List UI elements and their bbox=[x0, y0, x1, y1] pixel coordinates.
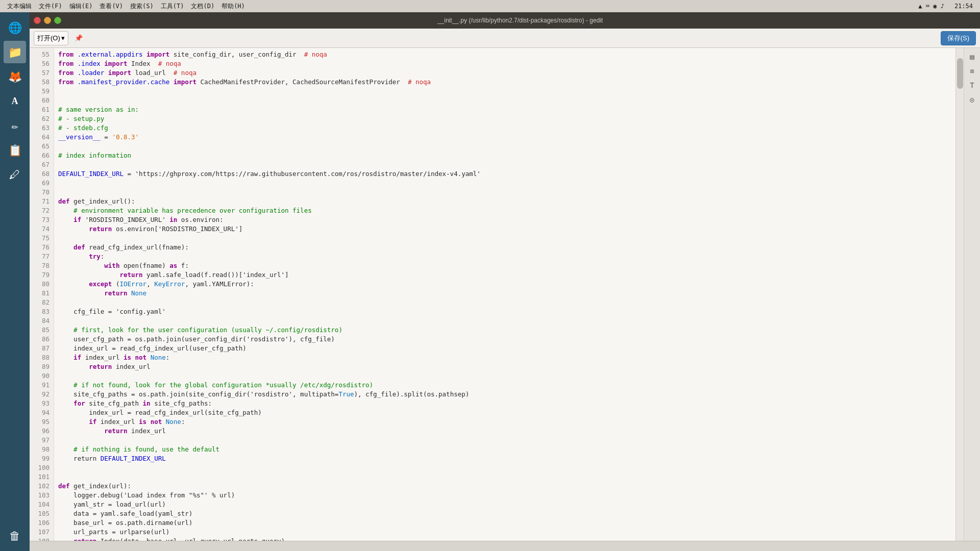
line-number: 100 bbox=[30, 463, 54, 472]
line-number: 98 bbox=[30, 445, 54, 454]
code-line: return Index(data, base_url, url_query=u… bbox=[58, 537, 951, 541]
line-number: 106 bbox=[30, 518, 54, 528]
line-number: 71 bbox=[30, 197, 54, 206]
window-close-button[interactable] bbox=[34, 17, 41, 24]
line-number: 61 bbox=[30, 105, 54, 114]
code-line: # first, look for the user configuration… bbox=[58, 325, 951, 335]
code-line: DEFAULT_INDEX_URL = 'https://ghproxy.com… bbox=[58, 169, 951, 179]
save-button[interactable]: 保存(S) bbox=[941, 31, 976, 45]
top-menubar: 文本编辑 文件(F) 编辑(E) 查看(V) 搜索(S) 工具(T) 文档(D)… bbox=[0, 0, 980, 12]
line-number: 67 bbox=[30, 160, 54, 169]
status-bar bbox=[30, 541, 980, 551]
clock: 21:54 bbox=[951, 2, 976, 11]
menu-file[interactable]: 文件(F) bbox=[36, 1, 65, 12]
code-line: if index_url is not None: bbox=[58, 417, 951, 427]
line-numbers: 5556575859606162636465666768697071727374… bbox=[30, 48, 54, 541]
sidebar-icon-trash[interactable]: 🗑 bbox=[4, 524, 26, 547]
code-line bbox=[58, 298, 951, 307]
code-line: def read_cfg_index_url(fname): bbox=[58, 243, 951, 252]
menu-tools[interactable]: 工具(T) bbox=[158, 1, 187, 12]
right-icon-1[interactable]: ▤ bbox=[966, 50, 979, 63]
line-number: 75 bbox=[30, 234, 54, 243]
code-line: with open(fname) as f: bbox=[58, 261, 951, 270]
code-line: return None bbox=[58, 289, 951, 298]
menu-help[interactable]: 帮助(H) bbox=[218, 1, 248, 12]
code-line: # - stdeb.cfg bbox=[58, 123, 951, 133]
code-line: if index_url is not None: bbox=[58, 353, 951, 362]
code-line: __version__ = '0.8.3' bbox=[58, 133, 951, 142]
scrollbar-thumb[interactable] bbox=[957, 58, 963, 89]
code-line: site_cfg_paths = os.path.join(site_confi… bbox=[58, 390, 951, 399]
sidebar-icon-notes[interactable]: 📋 bbox=[4, 139, 26, 161]
code-line: data = yaml.safe_load(yaml_str) bbox=[58, 509, 951, 518]
line-number: 101 bbox=[30, 472, 54, 482]
code-line bbox=[58, 160, 951, 169]
menu-docs[interactable]: 文档(D) bbox=[188, 1, 217, 12]
code-content[interactable]: from .external.appdirs import site_confi… bbox=[54, 48, 955, 541]
line-number: 85 bbox=[30, 325, 54, 335]
code-line: logger.debug('Load index from "%s"' % ur… bbox=[58, 491, 951, 500]
line-number: 92 bbox=[30, 390, 54, 399]
line-number: 80 bbox=[30, 280, 54, 289]
code-line: from .loader import load_url # noqa bbox=[58, 68, 951, 78]
code-line: user_cfg_path = os.path.join(user_config… bbox=[58, 335, 951, 344]
code-line: yaml_str = load_url(url) bbox=[58, 500, 951, 509]
line-number: 56 bbox=[30, 59, 54, 68]
code-line: index_url = read_cfg_index_url(user_cfg_… bbox=[58, 344, 951, 353]
menu-search[interactable]: 搜索(S) bbox=[127, 1, 157, 12]
sidebar-icon-browser[interactable]: 🦊 bbox=[4, 65, 26, 88]
code-line: return DEFAULT_INDEX_URL bbox=[58, 454, 951, 463]
sidebar-icon-network[interactable]: 🌐 bbox=[4, 16, 26, 39]
line-number: 86 bbox=[30, 335, 54, 344]
code-line bbox=[58, 96, 951, 105]
line-number: 87 bbox=[30, 344, 54, 353]
code-line bbox=[58, 463, 951, 472]
code-line: try: bbox=[58, 252, 951, 261]
code-line: # if nothing is found, use the default bbox=[58, 445, 951, 454]
line-number: 81 bbox=[30, 289, 54, 298]
sidebar-icon-editor[interactable]: ✏ bbox=[4, 114, 26, 137]
menu-view[interactable]: 查看(V) bbox=[96, 1, 126, 12]
menu-edit[interactable]: 编辑(E) bbox=[66, 1, 96, 12]
line-number: 93 bbox=[30, 399, 54, 408]
right-icons-panel: ▤ ≡ T ◎ bbox=[964, 48, 980, 541]
sidebar-icon-files[interactable]: 📁 bbox=[4, 41, 26, 63]
code-line: # if not found, look for the global conf… bbox=[58, 381, 951, 390]
line-number: 83 bbox=[30, 307, 54, 316]
menu-text-edit[interactable]: 文本编辑 bbox=[4, 1, 35, 12]
line-number: 72 bbox=[30, 206, 54, 215]
line-number: 77 bbox=[30, 252, 54, 261]
code-line: from .external.appdirs import site_confi… bbox=[58, 50, 951, 59]
window-maximize-button[interactable] bbox=[54, 17, 61, 24]
gedit-window: __init__.py (/usr/lib/python2.7/dist-pac… bbox=[30, 12, 980, 551]
line-number: 70 bbox=[30, 188, 54, 197]
scrollbar[interactable] bbox=[955, 48, 964, 541]
line-number: 64 bbox=[30, 133, 54, 142]
line-number: 82 bbox=[30, 298, 54, 307]
code-line bbox=[58, 87, 951, 96]
sidebar: 🌐 📁 🦊 A ✏ 📋 🖊 🗑 bbox=[0, 12, 30, 551]
line-number: 90 bbox=[30, 371, 54, 381]
line-number: 97 bbox=[30, 436, 54, 445]
sidebar-icon-draw[interactable]: 🖊 bbox=[4, 163, 26, 186]
line-number: 89 bbox=[30, 362, 54, 371]
line-number: 59 bbox=[30, 87, 54, 96]
code-line: for site_cfg_path in site_cfg_paths: bbox=[58, 399, 951, 408]
line-number: 104 bbox=[30, 500, 54, 509]
line-number: 62 bbox=[30, 114, 54, 123]
right-icon-text[interactable]: T bbox=[966, 79, 979, 92]
sidebar-icon-font[interactable]: A bbox=[4, 90, 26, 112]
toolbar-pin-button[interactable]: 📌 bbox=[70, 32, 87, 44]
window-minimize-button[interactable] bbox=[44, 17, 51, 24]
line-number: 96 bbox=[30, 427, 54, 436]
code-line: return index_url bbox=[58, 427, 951, 436]
code-line: url_parts = urlparse(url) bbox=[58, 528, 951, 537]
code-line: return yaml.safe_load(f.read())['index_u… bbox=[58, 270, 951, 280]
right-icon-2[interactable]: ≡ bbox=[966, 64, 979, 78]
systray-icons: ▲ ⌨ ◉ ♪ bbox=[915, 2, 947, 11]
line-number: 68 bbox=[30, 169, 54, 179]
code-line: # - setup.py bbox=[58, 114, 951, 123]
open-dropdown[interactable]: 打开(O) ▾ bbox=[34, 31, 68, 45]
right-icon-circle[interactable]: ◎ bbox=[966, 93, 979, 106]
code-line: def get_index_url(): bbox=[58, 197, 951, 206]
